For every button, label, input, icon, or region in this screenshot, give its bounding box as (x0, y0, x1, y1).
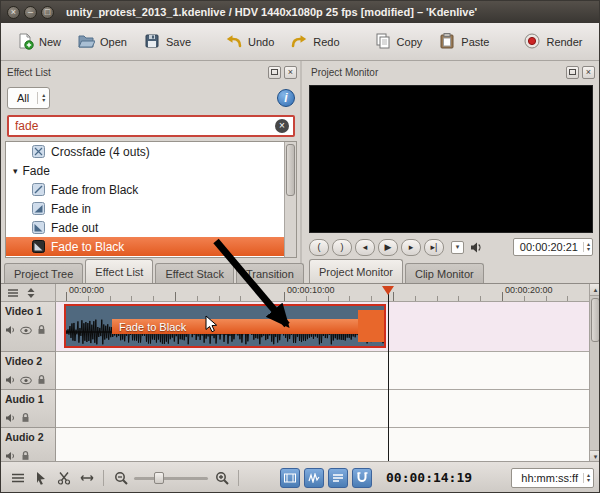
track-header-audio2[interactable]: Audio 2 (1, 428, 56, 462)
monitor-zone-start-button[interactable]: ( (309, 239, 329, 256)
lock-track-icon[interactable] (20, 409, 31, 427)
zoom-out-icon[interactable] (111, 468, 130, 487)
tab-clip-monitor[interactable]: Clip Monitor (405, 263, 484, 283)
spinner-icon[interactable]: ▴▾ (583, 473, 590, 483)
save-button[interactable]: Save (136, 28, 198, 56)
monitor-timecode[interactable]: 00:00:20:21 ▴▾ (513, 238, 593, 256)
redo-button[interactable]: Redo (283, 29, 346, 55)
timeline-menu-icon[interactable] (8, 468, 27, 487)
paste-button[interactable]: Paste (431, 28, 496, 56)
tab-effect-list[interactable]: Effect List (85, 259, 153, 283)
monitor-options-dropdown[interactable]: ▾ (451, 241, 464, 254)
effect-filter-combo[interactable]: All ▴▾ (7, 87, 50, 109)
mute-track-icon[interactable] (5, 371, 16, 389)
effect-panel-close-button[interactable]: × (284, 66, 297, 79)
mute-track-icon[interactable] (5, 321, 16, 339)
tab-effect-stack[interactable]: Effect Stack (155, 263, 234, 283)
track-lane-video2[interactable] (56, 352, 589, 390)
open-button[interactable]: Open (70, 28, 134, 56)
tab-transition[interactable]: Transition (236, 263, 304, 283)
timeline-clip-video1[interactable]: Fade to Black (64, 304, 386, 348)
spinner-icon[interactable]: ▴▾ (583, 242, 590, 252)
timeline-ruler[interactable]: 00:00:00 00:00:10:00 00:00:20:00 (56, 284, 589, 302)
track-lane-audio1[interactable] (56, 390, 589, 428)
track-lane-video1[interactable]: Fade to Black (56, 302, 589, 352)
hide-track-icon[interactable] (20, 371, 32, 389)
monitor-prev-frame-button[interactable]: ◂ (355, 239, 375, 256)
razor-tool-icon[interactable] (54, 468, 73, 487)
effect-item-fade-to-black[interactable]: Fade to Black (6, 237, 296, 256)
monitor-play-button[interactable]: ▶ (378, 239, 398, 256)
effect-item-crossfade[interactable]: Crossfade (4 outs) (6, 142, 296, 161)
timeline-vertical-scrollbar[interactable]: ▴ ▾ (589, 284, 600, 462)
monitor-end-button[interactable]: ▸| (424, 239, 444, 256)
hide-track-icon[interactable] (20, 321, 32, 339)
chevron-down-icon: ▾ (456, 243, 460, 251)
effect-group-fade[interactable]: ▾ Fade (6, 161, 296, 180)
main-toolbar: New Open Save Undo Redo Copy Paste (1, 23, 599, 61)
zoom-slider-handle[interactable] (154, 472, 164, 484)
timeline: 00:00:00 00:00:10:00 00:00:20:00 Video 1… (1, 283, 600, 461)
effect-panel-float-button[interactable] (268, 66, 281, 79)
lock-track-icon[interactable] (36, 371, 47, 389)
effect-item-label: Fade from Black (51, 183, 138, 197)
effect-item-fade-out[interactable]: Fade out (6, 218, 296, 237)
monitor-panel-close-button[interactable]: × (582, 66, 595, 79)
clear-search-button[interactable]: × (275, 119, 289, 133)
track-header-video1[interactable]: Video 1 (1, 302, 56, 352)
effect-info-button[interactable]: i (277, 89, 295, 107)
mute-track-icon[interactable] (5, 409, 16, 427)
track-lane-audio2[interactable] (56, 428, 589, 462)
effect-search-input[interactable] (9, 119, 275, 133)
copy-button[interactable]: Copy (367, 28, 430, 56)
new-button[interactable]: New (9, 28, 68, 56)
window-close-button[interactable]: × (7, 6, 20, 19)
tab-project-tree[interactable]: Project Tree (4, 263, 83, 283)
selection-tool-icon[interactable] (31, 468, 50, 487)
zoom-slider[interactable] (134, 470, 208, 486)
volume-icon[interactable] (467, 238, 486, 257)
track-resize-icon[interactable] (26, 284, 36, 302)
monitor-video-area[interactable] (309, 85, 593, 233)
spinner-icon[interactable]: ▴▾ (37, 92, 46, 104)
track-menu-icon[interactable] (7, 284, 19, 302)
left-dock-tabbar: Project Tree Effect List Effect Stack Tr… (4, 259, 306, 283)
timecode-format-combo[interactable]: hh:mm:ss:ff ▴▾ (511, 468, 594, 488)
undo-button[interactable]: Undo (218, 29, 281, 55)
show-video-thumbnails-toggle[interactable] (280, 468, 300, 488)
effect-group-label: Fade (23, 164, 50, 178)
spacer-tool-icon[interactable] (77, 468, 96, 487)
open-folder-icon (77, 32, 95, 52)
timeline-corner (1, 284, 56, 302)
monitor-panel-float-button[interactable] (566, 66, 579, 79)
monitor-next-frame-button[interactable]: ▸ (401, 239, 421, 256)
marker-comments-icon (332, 473, 344, 483)
chevron-down-icon[interactable]: ▾ (13, 166, 18, 176)
zoom-in-icon[interactable] (212, 468, 231, 487)
open-label: Open (100, 36, 127, 48)
lock-track-icon[interactable] (36, 321, 47, 339)
snap-toggle[interactable] (352, 468, 372, 488)
window-minimize-button[interactable]: – (24, 6, 37, 19)
play-icon: ▶ (385, 242, 392, 252)
track-header-video2[interactable]: Video 2 (1, 352, 56, 390)
float-icon (271, 69, 278, 75)
show-audio-thumbnails-toggle[interactable] (304, 468, 324, 488)
scroll-up-arrow-icon[interactable]: ▴ (590, 284, 600, 296)
monitor-zone-end-button[interactable]: ) (332, 239, 352, 256)
render-button[interactable]: Render (516, 28, 589, 56)
playhead-marker[interactable] (382, 286, 394, 295)
effect-item-fade-in[interactable]: Fade in (6, 199, 296, 218)
zoom-slider-groove[interactable] (134, 477, 208, 480)
effect-list-scrollbar[interactable] (284, 142, 296, 257)
monitor-timecode-value: 00:00:20:21 (520, 241, 578, 253)
scrollbar-thumb[interactable] (591, 298, 600, 342)
show-markers-toggle[interactable] (328, 468, 348, 488)
ruler-label: 00:00:20:00 (505, 285, 553, 295)
tab-project-monitor[interactable]: Project Monitor (309, 259, 403, 283)
scrollbar-thumb[interactable] (286, 144, 295, 196)
panel-splitter[interactable] (300, 61, 302, 283)
track-header-audio1[interactable]: Audio 1 (1, 390, 56, 428)
window-maximize-button[interactable]: □ (41, 6, 54, 19)
effect-item-fade-from-black[interactable]: Fade from Black (6, 180, 296, 199)
